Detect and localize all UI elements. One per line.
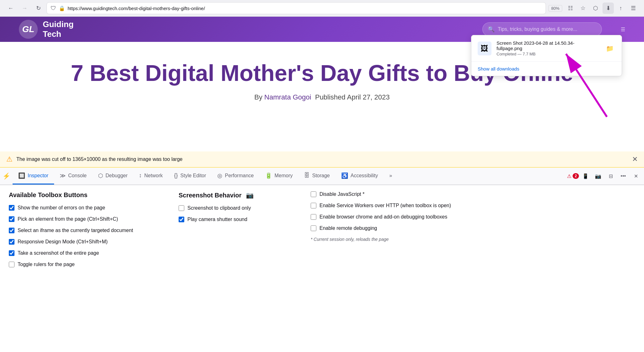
tab-inspector[interactable]: 🔲 Inspector xyxy=(13,167,54,185)
url-text: https://www.guidingtech.com/best-digital… xyxy=(68,6,542,11)
tab-network[interactable]: ↕ Network xyxy=(133,167,169,185)
toolbox-buttons-title: Available Toolbox Buttons xyxy=(9,191,166,199)
drag-icon: ⚡ xyxy=(3,172,10,180)
menu-icon: ☰ xyxy=(631,5,636,12)
screenshot-checkbox-1[interactable] xyxy=(179,217,184,222)
error-icon: ⚠ xyxy=(567,173,571,179)
logo-letters: GL xyxy=(22,24,35,34)
toolbox-checkbox-5[interactable] xyxy=(9,262,14,267)
close-devtools-button[interactable]: ✕ xyxy=(630,170,641,182)
tab-performance[interactable]: ◎ Performance xyxy=(212,167,259,185)
screenshot-checkbox-0[interactable] xyxy=(179,205,184,211)
screenshot-item-0: Screenshot to clipboard only xyxy=(179,205,298,211)
toolbox-item-5: Toggle rulers for the page xyxy=(9,262,166,267)
reload-button[interactable]: ↻ xyxy=(33,3,44,14)
logo-name-line1: Guiding xyxy=(43,20,74,29)
advanced-item-2: Enable browser chrome and add-on debuggi… xyxy=(311,214,635,220)
downloads-button[interactable]: ⬇ xyxy=(602,3,614,14)
shield-icon: 🛡 xyxy=(51,5,56,12)
close-icon: ✕ xyxy=(634,173,638,179)
header-nav-menu-icon[interactable]: ☰ xyxy=(621,26,625,32)
tab-storage[interactable]: 🗄 Storage xyxy=(298,167,336,185)
tab-accessibility[interactable]: ♿ Accessibility xyxy=(336,167,384,185)
toolbox-checkbox-2[interactable] xyxy=(9,228,14,233)
warning-icon: ⚠ xyxy=(6,155,13,163)
warning-close-button[interactable]: ✕ xyxy=(632,155,638,163)
open-folder-button[interactable]: 📁 xyxy=(604,43,615,54)
screenshot-behavior-section: Screenshot Behavior 📷 Screenshot to clip… xyxy=(179,191,298,273)
advanced-checkbox-0[interactable] xyxy=(311,191,316,197)
storage-tab-icon: 🗄 xyxy=(304,172,310,179)
author-link[interactable]: Namrata Gogoi xyxy=(264,93,311,101)
site-search-bar[interactable]: 🔍 Tips, tricks, buying guides & more... xyxy=(482,22,602,36)
network-tab-icon: ↕ xyxy=(139,172,142,179)
reader-view-button[interactable]: ☷ xyxy=(565,3,576,14)
logo-text: Guiding Tech xyxy=(43,20,74,39)
logo-name-line2: Tech xyxy=(43,29,74,39)
tab-style-editor[interactable]: {} Style Editor xyxy=(168,167,212,185)
tab-debugger[interactable]: ⬡ Debugger xyxy=(92,167,133,185)
inspector-tab-icon: 🔲 xyxy=(18,172,25,179)
screenshot-button[interactable]: 📷 xyxy=(592,170,604,182)
tab-more[interactable]: » xyxy=(384,167,398,185)
responsive-icon: 📱 xyxy=(582,173,589,179)
website-content: GL Guiding Tech 🔍 Tips, tricks, buying g… xyxy=(0,17,644,151)
toolbox-checkbox-1[interactable] xyxy=(9,216,14,222)
performance-tab-label: Performance xyxy=(225,173,254,179)
download-file-icon: 🖼 xyxy=(478,42,491,55)
advanced-checkbox-2[interactable] xyxy=(311,214,316,220)
split-icon: ⊟ xyxy=(609,173,613,179)
search-placeholder: Tips, tricks, buying guides & more... xyxy=(498,26,577,32)
toolbox-item-3: Responsive Design Mode (Ctrl+Shift+M) xyxy=(9,239,166,245)
search-icon: 🔍 xyxy=(488,26,495,33)
split-console-button[interactable]: ⊟ xyxy=(605,170,616,182)
tab-memory[interactable]: 🔋 Memory xyxy=(259,167,298,185)
pocket-button[interactable]: ⬡ xyxy=(590,3,601,14)
menu-button[interactable]: ☰ xyxy=(628,3,639,14)
logo-icon: GL xyxy=(19,20,38,39)
advanced-item-1: Enable Service Workers over HTTP (when t… xyxy=(311,203,635,208)
toolbox-buttons-section: Available Toolbox Buttons Show the numbe… xyxy=(9,191,166,273)
devtools-content: Available Toolbox Buttons Show the numbe… xyxy=(0,185,644,279)
toolbox-checkbox-4[interactable] xyxy=(9,250,14,256)
warning-bar: ⚠ The image was cut off to 1365×10000 as… xyxy=(0,151,644,167)
toolbox-checkbox-0[interactable] xyxy=(9,205,14,211)
show-all-downloads-link[interactable]: Show all downloads xyxy=(471,62,622,76)
back-button[interactable]: ← xyxy=(5,3,16,14)
camera-icon: 📷 xyxy=(246,192,254,199)
sync-button[interactable]: ↑ xyxy=(615,3,626,14)
article-meta: By Namrata Gogoi Published April 27, 202… xyxy=(38,93,606,101)
url-bar[interactable]: 🛡 🔒 https://www.guidingtech.com/best-dig… xyxy=(47,2,546,14)
advanced-label-2: Enable browser chrome and add-on debuggi… xyxy=(319,214,447,220)
advanced-item-0: Disable JavaScript * xyxy=(311,191,635,197)
bookmark-icon: ☆ xyxy=(580,5,586,12)
forward-button[interactable]: → xyxy=(19,3,30,14)
advanced-checkbox-3[interactable] xyxy=(311,225,316,231)
advanced-note: * Current session only, reloads the page xyxy=(311,237,635,242)
error-count-button[interactable]: ⚠ 2 xyxy=(567,170,579,182)
header-nav: ☰ xyxy=(621,26,625,32)
devtools-tab-bar: ⚡ 🔲 Inspector ≫ Console ⬡ Debugger ↕ Net… xyxy=(0,167,644,185)
more-options-button[interactable]: ••• xyxy=(618,170,629,182)
download-filename: Screen Shot 2023-04-28 at 14.50.34-fullp… xyxy=(497,40,599,51)
ellipsis-icon: ••• xyxy=(621,173,626,179)
folder-icon: 📁 xyxy=(606,45,614,52)
toolbox-item-4: Take a screenshot of the entire page xyxy=(9,250,166,256)
responsive-design-button[interactable]: 📱 xyxy=(580,170,591,182)
lock-icon: 🔒 xyxy=(59,5,65,11)
advanced-checkbox-1[interactable] xyxy=(311,203,316,208)
toolbox-label-5: Toggle rulers for the page xyxy=(18,262,75,267)
reader-view-icon: ☷ xyxy=(568,5,573,12)
bookmark-button[interactable]: ☆ xyxy=(577,3,589,14)
more-tabs-icon: » xyxy=(389,173,392,179)
devtools-drag-handle[interactable]: ⚡ xyxy=(0,170,13,182)
toolbox-label-2: Select an iframe as the currently target… xyxy=(18,228,133,233)
toolbar-icons: ☷ ☆ ⬡ ⬇ ↑ ☰ xyxy=(565,3,639,14)
toolbox-label-4: Take a screenshot of the entire page xyxy=(18,250,99,256)
toolbox-checkbox-3[interactable] xyxy=(9,239,14,245)
tab-console[interactable]: ≫ Console xyxy=(54,167,92,185)
console-tab-icon: ≫ xyxy=(60,172,66,179)
console-tab-label: Console xyxy=(68,173,87,179)
screenshot-icon: 📷 xyxy=(595,173,601,179)
download-popup: 🖼 Screen Shot 2023-04-28 at 14.50.34-ful… xyxy=(471,35,622,76)
